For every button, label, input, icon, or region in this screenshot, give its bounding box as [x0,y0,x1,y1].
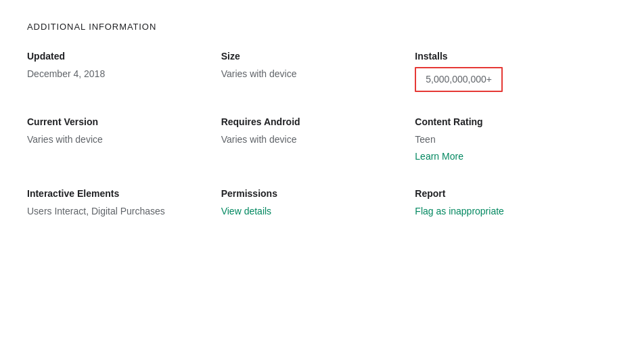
value-updated: December 4, 2018 [27,67,208,81]
label-size: Size [221,51,402,62]
cell-updated: Updated December 4, 2018 [27,51,221,116]
additional-info-section: ADDITIONAL INFORMATION Updated December … [0,0,636,265]
label-report: Report [415,188,595,199]
label-permissions: Permissions [221,188,402,199]
value-content-rating: Teen [415,133,595,147]
label-installs: Installs [415,51,595,62]
value-current-version: Varies with device [27,133,208,147]
label-updated: Updated [27,51,208,62]
section-title: ADDITIONAL INFORMATION [27,22,609,32]
info-grid: Updated December 4, 2018 Size Varies wit… [27,51,609,243]
cell-interactive-elements: Interactive Elements Users Interact, Dig… [27,188,221,243]
cell-content-rating: Content Rating Teen Learn More [415,116,609,188]
cell-requires-android: Requires Android Varies with device [221,116,415,188]
flag-inappropriate-link[interactable]: Flag as inappropriate [415,206,504,217]
value-installs: 5,000,000,000+ [415,67,503,92]
label-interactive-elements: Interactive Elements [27,188,208,199]
value-size: Varies with device [221,67,402,81]
label-content-rating: Content Rating [415,116,595,127]
learn-more-link[interactable]: Learn More [415,150,595,164]
cell-size: Size Varies with device [221,51,415,116]
label-requires-android: Requires Android [221,116,402,127]
cell-report: Report Flag as inappropriate [415,188,609,243]
value-requires-android: Varies with device [221,133,402,147]
cell-permissions: Permissions View details [221,188,415,243]
label-current-version: Current Version [27,116,208,127]
view-details-link[interactable]: View details [221,206,271,217]
cell-current-version: Current Version Varies with device [27,116,221,188]
cell-installs: Installs 5,000,000,000+ [415,51,609,116]
value-interactive-elements: Users Interact, Digital Purchases [27,204,208,219]
